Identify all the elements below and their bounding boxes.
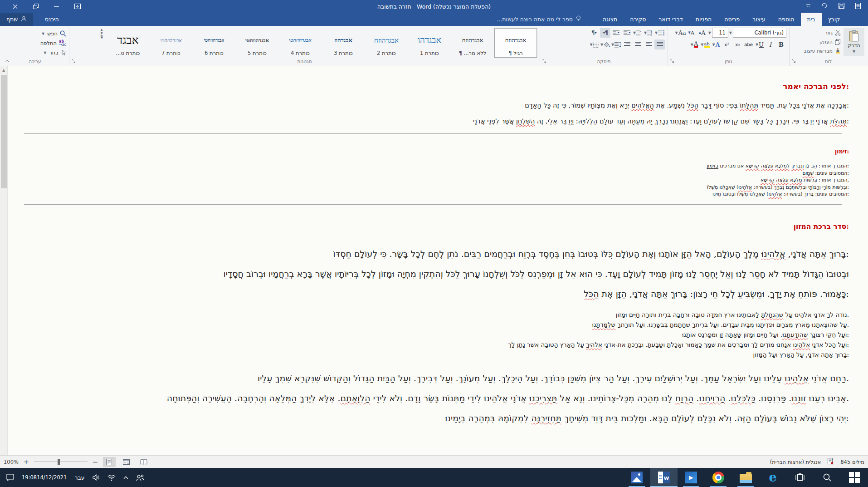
scrollbar-thumb[interactable]: [1, 75, 7, 188]
close-icon[interactable]: [5, 0, 25, 13]
taskbar-search-button[interactable]: [814, 468, 841, 487]
clipboard-dialog-launcher-icon[interactable]: [792, 58, 796, 64]
gallery-up-icon[interactable]: ▲: [98, 28, 105, 31]
increase-indent-button[interactable]: [622, 28, 632, 38]
align-right-button[interactable]: [644, 39, 654, 49]
taskbar-movies-tv-button[interactable]: ▶: [678, 468, 705, 487]
numbering-button[interactable]: 123▼: [644, 28, 654, 38]
style-heading-2[interactable]: אבגדהוזחכותרת 2: [365, 28, 408, 58]
highlight-color-button[interactable]: ab▼: [700, 39, 710, 49]
select-button[interactable]: בחר▼: [40, 49, 66, 57]
taskbar-file-explorer-button[interactable]: [732, 468, 759, 487]
underline-button[interactable]: U▼: [754, 39, 765, 49]
bullets-button[interactable]: ▼: [654, 28, 665, 38]
change-case-button[interactable]: Aa▼: [675, 28, 686, 38]
proofing-errors-icon[interactable]: [827, 458, 834, 466]
taskbar-task-view-button[interactable]: [786, 468, 814, 487]
style-heading-1[interactable]: אבגדהוכותרת 1: [408, 28, 451, 58]
grow-font-button[interactable]: A▲: [697, 28, 707, 38]
tab-insert[interactable]: הוספה: [772, 13, 801, 26]
justify-button[interactable]: [654, 39, 665, 49]
tab-design[interactable]: עיצוב: [746, 13, 772, 26]
tab-review[interactable]: סקירה: [624, 13, 652, 26]
zoom-slider[interactable]: [34, 462, 88, 462]
sign-in-button[interactable]: היכנס: [45, 13, 59, 26]
paste-button[interactable]: הדבק ▼: [844, 28, 864, 56]
align-left-button[interactable]: [622, 39, 632, 49]
read-mode-icon[interactable]: [137, 457, 150, 467]
ribbon-display-options-icon[interactable]: [67, 0, 88, 13]
undo-icon[interactable]: [821, 3, 828, 10]
tab-view[interactable]: תצוגה: [596, 13, 624, 26]
copy-button[interactable]: העתק: [804, 38, 841, 46]
scroll-up-icon[interactable]: ▲: [0, 66, 7, 74]
chevron-down-icon[interactable]: ▼: [729, 31, 732, 35]
replace-button[interactable]: ab↪ac החלפה: [40, 39, 66, 47]
wifi-icon[interactable]: [107, 474, 116, 481]
word-count[interactable]: 845 מילים: [840, 459, 864, 465]
text-effects-button[interactable]: A▼: [711, 39, 721, 49]
line-spacing-button[interactable]: ▼: [611, 39, 621, 49]
print-layout-icon[interactable]: [103, 457, 116, 467]
customize-qat-icon[interactable]: [806, 3, 810, 10]
style-heading-4[interactable]: אבגדהוזחטיכותרת 4: [279, 28, 322, 58]
align-center-button[interactable]: [633, 39, 643, 49]
web-layout-icon[interactable]: [120, 457, 133, 467]
tab-mailings[interactable]: דברי דואר: [652, 13, 689, 26]
style-title[interactable]: אבגדכותרת ט...: [107, 28, 149, 58]
document-page[interactable]: לפני הברכה יאמר:אֲבָרְכָה אֶת אֲדֹנָי בְ…: [8, 66, 868, 455]
borders-button[interactable]: ▼: [589, 39, 600, 49]
styles-dialog-launcher-icon[interactable]: [72, 58, 76, 64]
font-name-combo[interactable]: Calibri (גוף): [733, 28, 786, 38]
tell-me-box[interactable]: ספר לי מה אתה רוצה לעשות...: [497, 13, 581, 26]
taskbar-start-button[interactable]: [841, 468, 868, 487]
font-size-combo[interactable]: 11: [712, 28, 728, 38]
zoom-out-button[interactable]: −: [92, 458, 98, 466]
taskbar-clock[interactable]: 19:08 14/12/2021: [22, 474, 67, 481]
font-dialog-launcher-icon[interactable]: [670, 58, 674, 64]
zoom-slider-thumb[interactable]: [58, 459, 60, 465]
word-app-icon[interactable]: [855, 3, 861, 10]
style-heading-5[interactable]: אבגדהוזחטיכותרת 5: [236, 28, 278, 58]
tab-home[interactable]: בית: [801, 13, 822, 26]
rtl-direction-button[interactable]: ¶◄: [600, 28, 610, 38]
tab-layout[interactable]: פריסה: [718, 13, 746, 26]
tab-references[interactable]: הפניות: [689, 13, 718, 26]
italic-button[interactable]: I: [765, 39, 775, 49]
taskbar-chrome-button[interactable]: [705, 468, 732, 487]
ltr-direction-button[interactable]: ►¶: [589, 28, 600, 38]
cut-button[interactable]: גזור: [804, 29, 841, 37]
hidden-icons-chevron-icon[interactable]: [123, 476, 128, 479]
collapse-ribbon-icon[interactable]: [5, 57, 9, 64]
shrink-font-button[interactable]: A▼: [686, 28, 697, 38]
taskbar-photos-button[interactable]: [623, 468, 650, 487]
taskbar-word-button[interactable]: w: [650, 468, 678, 487]
style-heading-7[interactable]: אבגדהוזחטיכותרת 7: [150, 28, 192, 58]
format-painter-button[interactable]: מברשת עיצוב: [804, 47, 841, 55]
decrease-indent-button[interactable]: [611, 28, 621, 38]
font-color-button[interactable]: A▼: [689, 39, 699, 49]
strikethrough-button[interactable]: abe: [743, 39, 754, 49]
share-button[interactable]: שתף: [0, 13, 33, 26]
style-heading-6[interactable]: אבגדהוזחטיכותרת 6: [193, 28, 235, 58]
style-normal[interactable]: אבגדהוזחרגיל ¶: [494, 28, 537, 58]
style-heading-3[interactable]: אבגדהוזכותרת 3: [322, 28, 365, 58]
superscript-button[interactable]: x²: [722, 39, 732, 49]
multilevel-list-button[interactable]: ai▼: [633, 28, 643, 38]
shading-button[interactable]: ▼: [600, 39, 610, 49]
minimize-icon[interactable]: [46, 0, 67, 13]
save-icon[interactable]: [839, 3, 844, 10]
paragraph-dialog-launcher-icon[interactable]: [542, 58, 546, 64]
tab-file[interactable]: קובץ: [822, 13, 846, 26]
keyboard-language-indicator[interactable]: עבר: [74, 474, 84, 481]
speaker-icon[interactable]: [93, 474, 100, 481]
bold-button[interactable]: B: [776, 39, 786, 49]
people-icon[interactable]: [136, 474, 144, 481]
subscript-button[interactable]: x₂: [732, 39, 743, 49]
zoom-in-button[interactable]: +: [23, 458, 29, 466]
gallery-more-icon[interactable]: ▬▼: [98, 35, 105, 39]
language-indicator[interactable]: אנגלית (ארצות הברית): [770, 459, 821, 465]
vertical-scrollbar[interactable]: ▲: [0, 66, 8, 455]
action-center-icon[interactable]: [6, 474, 14, 481]
chevron-down-icon[interactable]: ▼: [708, 31, 711, 35]
